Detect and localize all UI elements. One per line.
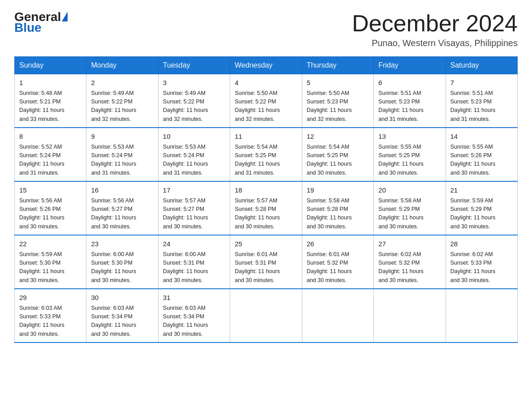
day-info: Sunrise: 5:55 AM Sunset: 5:26 PM Dayligh… [450, 143, 513, 178]
day-number: 14 [450, 132, 513, 142]
day-info: Sunrise: 5:50 AM Sunset: 5:22 PM Dayligh… [235, 89, 297, 124]
day-info: Sunrise: 5:57 AM Sunset: 5:28 PM Dayligh… [235, 197, 297, 231]
logo: General Blue [14, 11, 68, 34]
day-number: 9 [91, 132, 153, 142]
day-number: 8 [19, 132, 82, 142]
day-cell: 29Sunrise: 6:03 AM Sunset: 5:33 PM Dayli… [15, 289, 86, 342]
day-cell: 22Sunrise: 5:59 AM Sunset: 5:30 PM Dayli… [15, 235, 86, 289]
calendar-header: SundayMondayTuesdayWednesdayThursdayFrid… [15, 57, 518, 74]
day-number: 4 [235, 78, 297, 88]
day-number: 2 [91, 78, 153, 88]
day-info: Sunrise: 5:59 AM Sunset: 5:29 PM Dayligh… [450, 197, 513, 231]
week-row-5: 29Sunrise: 6:03 AM Sunset: 5:33 PM Dayli… [15, 289, 518, 342]
day-cell: 10Sunrise: 5:53 AM Sunset: 5:24 PM Dayli… [158, 128, 230, 181]
week-row-1: 1Sunrise: 5:48 AM Sunset: 5:21 PM Daylig… [15, 74, 518, 128]
day-info: Sunrise: 6:02 AM Sunset: 5:33 PM Dayligh… [450, 250, 513, 285]
day-cell: 26Sunrise: 6:01 AM Sunset: 5:32 PM Dayli… [302, 235, 373, 289]
day-cell: 24Sunrise: 6:00 AM Sunset: 5:31 PM Dayli… [158, 235, 230, 289]
day-info: Sunrise: 5:53 AM Sunset: 5:24 PM Dayligh… [163, 143, 225, 178]
month-title: December 2024 [352, 11, 518, 36]
day-number: 3 [163, 78, 225, 88]
header-tuesday: Tuesday [158, 57, 230, 74]
day-info: Sunrise: 6:02 AM Sunset: 5:32 PM Dayligh… [378, 250, 441, 285]
day-number: 16 [91, 185, 153, 196]
day-number: 30 [91, 293, 153, 303]
day-cell: 20Sunrise: 5:58 AM Sunset: 5:29 PM Dayli… [374, 181, 446, 235]
day-number: 11 [235, 132, 297, 142]
day-cell: 3Sunrise: 5:49 AM Sunset: 5:22 PM Daylig… [158, 74, 230, 128]
day-number: 10 [163, 132, 225, 142]
header-row: SundayMondayTuesdayWednesdayThursdayFrid… [15, 57, 518, 74]
day-number: 6 [378, 78, 441, 88]
header-thursday: Thursday [302, 57, 373, 74]
location: Punao, Western Visayas, Philippines [352, 38, 518, 48]
day-cell: 6Sunrise: 5:51 AM Sunset: 5:23 PM Daylig… [374, 74, 446, 128]
day-number: 28 [450, 239, 513, 249]
day-number: 12 [307, 132, 369, 142]
day-info: Sunrise: 5:55 AM Sunset: 5:25 PM Dayligh… [378, 143, 441, 178]
day-cell: 30Sunrise: 6:03 AM Sunset: 5:34 PM Dayli… [86, 289, 158, 342]
logo-blue-text: Blue [14, 21, 42, 34]
header-friday: Friday [374, 57, 446, 74]
day-info: Sunrise: 5:56 AM Sunset: 5:27 PM Dayligh… [91, 197, 153, 231]
day-info: Sunrise: 5:54 AM Sunset: 5:25 PM Dayligh… [235, 143, 297, 178]
day-info: Sunrise: 5:58 AM Sunset: 5:29 PM Dayligh… [378, 197, 441, 231]
day-cell: 21Sunrise: 5:59 AM Sunset: 5:29 PM Dayli… [446, 181, 517, 235]
day-cell [230, 289, 302, 342]
day-number: 1 [19, 78, 82, 88]
day-cell: 28Sunrise: 6:02 AM Sunset: 5:33 PM Dayli… [446, 235, 517, 289]
day-info: Sunrise: 5:54 AM Sunset: 5:25 PM Dayligh… [307, 143, 369, 178]
day-info: Sunrise: 5:49 AM Sunset: 5:22 PM Dayligh… [91, 89, 153, 124]
calendar-table: SundayMondayTuesdayWednesdayThursdayFrid… [14, 56, 518, 343]
day-cell: 31Sunrise: 6:03 AM Sunset: 5:34 PM Dayli… [158, 289, 230, 342]
day-cell: 14Sunrise: 5:55 AM Sunset: 5:26 PM Dayli… [446, 128, 517, 181]
day-info: Sunrise: 5:49 AM Sunset: 5:22 PM Dayligh… [163, 89, 225, 124]
day-info: Sunrise: 5:58 AM Sunset: 5:28 PM Dayligh… [307, 197, 369, 231]
week-row-2: 8Sunrise: 5:52 AM Sunset: 5:24 PM Daylig… [15, 128, 518, 181]
day-cell: 8Sunrise: 5:52 AM Sunset: 5:24 PM Daylig… [15, 128, 86, 181]
day-info: Sunrise: 6:01 AM Sunset: 5:31 PM Dayligh… [235, 250, 297, 285]
day-cell: 2Sunrise: 5:49 AM Sunset: 5:22 PM Daylig… [86, 74, 158, 128]
day-cell: 17Sunrise: 5:57 AM Sunset: 5:27 PM Dayli… [158, 181, 230, 235]
day-number: 26 [307, 239, 369, 249]
day-info: Sunrise: 5:51 AM Sunset: 5:23 PM Dayligh… [450, 89, 513, 124]
day-cell [302, 289, 373, 342]
day-number: 17 [163, 185, 225, 196]
day-info: Sunrise: 6:03 AM Sunset: 5:33 PM Dayligh… [19, 304, 82, 339]
day-info: Sunrise: 6:01 AM Sunset: 5:32 PM Dayligh… [307, 250, 369, 285]
day-cell: 1Sunrise: 5:48 AM Sunset: 5:21 PM Daylig… [15, 74, 86, 128]
day-info: Sunrise: 5:52 AM Sunset: 5:24 PM Dayligh… [19, 143, 82, 178]
header-sunday: Sunday [15, 57, 86, 74]
day-info: Sunrise: 5:48 AM Sunset: 5:21 PM Dayligh… [19, 89, 82, 124]
day-cell: 4Sunrise: 5:50 AM Sunset: 5:22 PM Daylig… [230, 74, 302, 128]
day-number: 25 [235, 239, 297, 249]
week-row-4: 22Sunrise: 5:59 AM Sunset: 5:30 PM Dayli… [15, 235, 518, 289]
header-saturday: Saturday [446, 57, 517, 74]
day-cell: 12Sunrise: 5:54 AM Sunset: 5:25 PM Dayli… [302, 128, 373, 181]
day-info: Sunrise: 5:56 AM Sunset: 5:26 PM Dayligh… [19, 197, 82, 231]
page-header: General Blue December 2024 Punao, Wester… [14, 11, 518, 48]
day-cell: 27Sunrise: 6:02 AM Sunset: 5:32 PM Dayli… [374, 235, 446, 289]
title-block: December 2024 Punao, Western Visayas, Ph… [352, 11, 518, 48]
day-info: Sunrise: 5:51 AM Sunset: 5:23 PM Dayligh… [378, 89, 441, 124]
day-info: Sunrise: 5:57 AM Sunset: 5:27 PM Dayligh… [163, 197, 225, 231]
day-cell [446, 289, 517, 342]
day-info: Sunrise: 6:03 AM Sunset: 5:34 PM Dayligh… [163, 304, 225, 339]
day-info: Sunrise: 5:53 AM Sunset: 5:24 PM Dayligh… [91, 143, 153, 178]
day-number: 7 [450, 78, 513, 88]
day-info: Sunrise: 5:59 AM Sunset: 5:30 PM Dayligh… [19, 250, 82, 285]
day-cell [374, 289, 446, 342]
day-info: Sunrise: 6:03 AM Sunset: 5:34 PM Dayligh… [91, 304, 153, 339]
day-number: 29 [19, 293, 82, 303]
day-number: 22 [19, 239, 82, 249]
day-number: 31 [163, 293, 225, 303]
day-cell: 5Sunrise: 5:50 AM Sunset: 5:23 PM Daylig… [302, 74, 373, 128]
day-cell: 19Sunrise: 5:58 AM Sunset: 5:28 PM Dayli… [302, 181, 373, 235]
day-cell: 15Sunrise: 5:56 AM Sunset: 5:26 PM Dayli… [15, 181, 86, 235]
day-info: Sunrise: 6:00 AM Sunset: 5:30 PM Dayligh… [91, 250, 153, 285]
day-number: 20 [378, 185, 441, 196]
day-number: 27 [378, 239, 441, 249]
day-number: 15 [19, 185, 82, 196]
header-monday: Monday [86, 57, 158, 74]
day-cell: 9Sunrise: 5:53 AM Sunset: 5:24 PM Daylig… [86, 128, 158, 181]
